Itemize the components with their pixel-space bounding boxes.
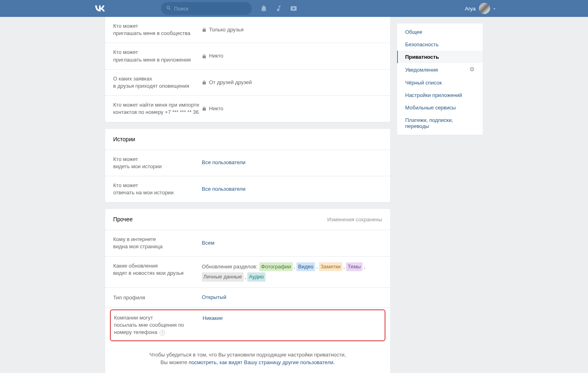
row-value: От друзей друзей — [202, 78, 382, 87]
setting-row[interactable]: Кто может найти меня при импорте контакт… — [105, 96, 390, 122]
update-tag: Темы — [346, 262, 362, 272]
row-label: Тип профиля — [113, 294, 202, 301]
row-label: Кто может видеть мои истории — [113, 156, 202, 170]
row-label: Кто может приглашать меня в сообщества — [113, 23, 202, 37]
settings-sidebar: Общее Безопасность Приватность Уведомлен… — [397, 23, 483, 135]
update-tag: Видео — [296, 262, 315, 272]
tags-prefix: Обновления разделов: — [202, 263, 257, 271]
chevron-down-icon: ▾ — [493, 6, 495, 11]
video-icon[interactable] — [290, 4, 298, 12]
saved-indicator: Изменения сохранены — [327, 216, 382, 223]
lock-icon — [202, 106, 207, 111]
update-tag: Заметки — [319, 262, 342, 272]
help-icon[interactable]: ? — [159, 330, 165, 336]
search-input[interactable] — [174, 6, 247, 12]
row-label: Кто может приглашать меня в приложения — [113, 49, 202, 63]
footer-help-text: Чтобы убедиться в том, что Вы установили… — [105, 344, 390, 373]
row-value: Никто — [202, 105, 382, 113]
setting-row[interactable]: Кто может приглашать меня в сообщества Т… — [105, 17, 390, 43]
gear-icon[interactable] — [469, 66, 475, 73]
other-block: Прочее Изменения сохранены Кому в интерн… — [105, 208, 391, 373]
row-label: Какие обновления видят в новостях мои др… — [113, 262, 202, 277]
setting-row[interactable]: Какие обновления видят в новостях мои др… — [105, 257, 390, 288]
update-tag: Личные данные — [202, 272, 244, 282]
sidebar-item-blacklist[interactable]: Чёрный список — [397, 76, 483, 89]
setting-row[interactable]: Кто может отвечать на мои истории Все по… — [105, 176, 390, 202]
row-label: Кто может отвечать на мои истории — [113, 182, 202, 196]
sidebar-item-privacy[interactable]: Приватность — [397, 51, 483, 63]
sidebar-item-security[interactable]: Безопасность — [397, 38, 483, 51]
search-box[interactable] — [161, 2, 252, 15]
row-label: Кому в интернете видна моя страница — [113, 236, 202, 250]
lock-icon — [202, 54, 207, 59]
row-value: Только друзья — [202, 26, 382, 34]
row-value: Обновления разделов: Фотографии , Видео … — [202, 262, 382, 282]
lock-icon — [202, 80, 207, 85]
stories-block: Истории Кто может видеть мои истории Все… — [105, 128, 391, 203]
header: Arya ▾ — [0, 0, 588, 17]
sidebar-item-general[interactable]: Общее — [397, 26, 483, 38]
sidebar-item-notifications[interactable]: Уведомления — [397, 63, 483, 76]
avatar — [479, 3, 490, 14]
setting-row[interactable]: Тип профиля Открытый — [105, 288, 390, 308]
username: Arya — [465, 6, 476, 12]
sidebar-item-app-settings[interactable]: Настройки приложений — [397, 89, 483, 101]
highlighted-setting-row[interactable]: Компании могут посылать мне сообщения по… — [110, 309, 385, 341]
setting-row[interactable]: Кто может приглашать меня в приложения Н… — [105, 43, 390, 69]
setting-row[interactable]: О каких заявках в друзья приходят оповещ… — [105, 70, 390, 96]
view-as-others-link[interactable]: посмотреть, как видят Вашу страницу друг… — [188, 359, 335, 365]
bell-icon[interactable] — [260, 4, 268, 12]
sidebar-item-payments[interactable]: Платежи, подписки, переводы — [397, 114, 483, 132]
row-value: Всем — [202, 239, 382, 247]
block-header-other: Прочее Изменения сохранены — [105, 209, 390, 230]
row-value: Никакие — [203, 314, 381, 323]
vk-logo[interactable] — [93, 3, 153, 14]
sidebar-item-mobile[interactable]: Мобильные сервисы — [397, 101, 483, 114]
setting-row[interactable]: Кто может видеть мои истории Все пользов… — [105, 150, 390, 176]
privacy-contacts-block: Кто может приглашать меня в сообщества Т… — [105, 17, 391, 122]
row-label: О каких заявках в друзья приходят оповещ… — [113, 75, 202, 90]
row-value: Никто — [202, 52, 382, 60]
update-tag: Аудио — [247, 272, 265, 282]
music-icon[interactable] — [275, 5, 282, 12]
lock-icon — [202, 27, 207, 32]
user-menu[interactable]: Arya ▾ — [465, 3, 495, 14]
row-value: Открытый — [202, 293, 382, 302]
row-value: Все пользователи — [202, 159, 382, 167]
row-label: Компании могут посылать мне сообщения по… — [114, 314, 203, 336]
search-icon — [166, 5, 174, 12]
row-value: Все пользователи — [202, 185, 382, 194]
update-tag: Фотографии — [259, 262, 292, 272]
setting-row[interactable]: Кому в интернете видна моя страница Всем — [105, 230, 390, 256]
block-header-stories: Истории — [105, 129, 390, 150]
row-label: Кто может найти меня при импорте контакт… — [113, 101, 202, 116]
